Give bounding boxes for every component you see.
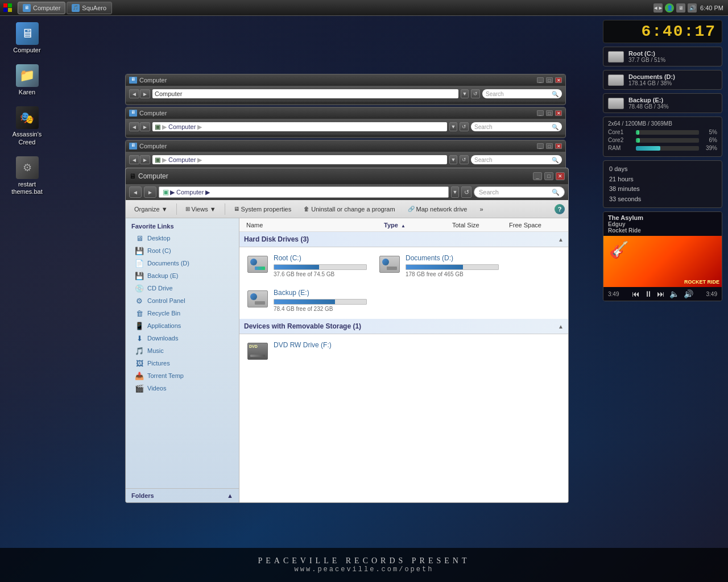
explorer-main-content: Name Type ▲ Total Size Free Space Hard D… — [239, 218, 568, 502]
addr-dd-btn[interactable]: ▼ — [451, 186, 459, 198]
drive-widget-c[interactable]: Root (C:) 37.7 GB / 51% — [603, 47, 722, 66]
mini-explorer-1-refresh[interactable]: ↺ — [471, 89, 480, 98]
views-btn[interactable]: ⊞ Views ▼ — [180, 202, 221, 216]
taskbar-window-computer[interactable]: 🖥 Computer — [18, 2, 65, 14]
explorer-close-btn[interactable]: ✕ — [556, 172, 565, 180]
taskbar-right: ◄► 👤 🖥 🔊 6:40 PM — [649, 3, 728, 13]
explorer-back-btn[interactable]: ◄ — [129, 186, 142, 198]
taskbar-squaero-icon: 🎵 — [72, 4, 80, 12]
taskbar-window-squaero[interactable]: 🎵 SquAero — [67, 2, 112, 14]
desktop-icon-assassin[interactable]: Assassin'sCreed — [6, 104, 48, 148]
logo-sq-1 — [3, 3, 7, 7]
mini-explorer-1-addr-dd[interactable]: ▼ — [461, 89, 469, 98]
sidebar-item-torrent-temp[interactable]: 📥 Torrent Temp — [126, 369, 239, 382]
col-name[interactable]: Name — [244, 222, 382, 228]
mini-explorer-2-fwd[interactable]: ► — [140, 122, 150, 131]
help-btn[interactable]: ? — [555, 204, 565, 214]
map-network-btn[interactable]: 🔗 Map network drive — [403, 202, 473, 216]
mini-explorer-2-search[interactable]: Search 🔍 — [471, 122, 562, 131]
sidebar-item-downloads[interactable]: ⬇ Downloads — [126, 332, 239, 344]
music-prev-btn[interactable]: ⏮ — [631, 289, 641, 298]
sidebar-item-desktop[interactable]: 🖥 Desktop — [126, 232, 239, 244]
sidebar-item-backup-e[interactable]: 💾 Backup (E) — [126, 269, 239, 282]
music-artist: Edguy — [608, 221, 717, 227]
drive-c-progress — [274, 264, 367, 270]
drive-widget-d[interactable]: Documents (D:) 178.14 GB / 38% — [603, 70, 722, 90]
mini-explorer-1-addr[interactable]: Computer — [152, 89, 458, 98]
explorer-search-input[interactable]: Search 🔍 — [474, 186, 565, 198]
mini-explorer-2-min[interactable]: _ — [537, 110, 544, 116]
music-widget: The Asylum Edguy Rocket Ride ROCKET RIDE… — [603, 211, 722, 301]
mini-explorer-2-addr-dd[interactable]: ▼ — [449, 122, 457, 131]
mini-explorer-3-back[interactable]: ◄ — [129, 155, 139, 164]
desktop-icon-computer[interactable]: 🖥 Computer — [6, 20, 48, 56]
sidebar-item-cd-drive[interactable]: 💿 CD Drive — [126, 282, 239, 294]
explorer-sidebar: Favorite Links 🖥 Desktop 💾 Root (C) 📄 Do… — [126, 218, 239, 502]
sidebar-item-videos[interactable]: 🎬 Videos — [126, 382, 239, 394]
mini-explorer-1-search[interactable]: Search 🔍 — [482, 89, 562, 98]
drive-item-d[interactable]: Documents (D:) 178 GB free of 465 GB — [376, 252, 501, 280]
drive-item-e[interactable]: Backup (E:) 78.4 GB free of 232 GB — [244, 286, 369, 314]
sidebar-item-documents-d[interactable]: 📄 Documents (D) — [126, 257, 239, 269]
sidebar-item-control-panel[interactable]: ⚙ Control Panel — [126, 294, 239, 307]
sidebar-item-music[interactable]: 🎵 Music — [126, 344, 239, 357]
mini-explorer-3-fwd[interactable]: ► — [140, 155, 150, 164]
mini-explorer-2-max[interactable]: □ — [546, 110, 553, 116]
assassin-icon-img — [16, 106, 39, 129]
mini-explorer-3-refresh[interactable]: ↺ — [460, 155, 469, 164]
drive-widget-e[interactable]: Backup (E:) 78.48 GB / 34% — [603, 93, 722, 113]
mini-explorer-2-refresh[interactable]: ↺ — [460, 122, 469, 131]
explorer-addr-bar: ◄ ► ▣ ▶ Computer ▶ ▼ ↺ Search 🔍 — [126, 184, 568, 200]
music-vol-down[interactable]: 🔈 — [668, 289, 680, 298]
mini-explorer-1-addr-text: Computer — [155, 90, 182, 97]
desktop-icon-bat[interactable]: ⚙ restart themes.bat — [6, 154, 48, 198]
addr-refresh-btn[interactable]: ↺ — [461, 186, 471, 198]
explorer-minimize-btn[interactable]: _ — [533, 172, 542, 180]
mini-explorer-1-close[interactable]: ✕ — [555, 77, 562, 83]
mini-explorer-3-navbtns: ◄ ► — [129, 155, 150, 164]
sidebar-item-recycle-bin[interactable]: 🗑 Recycle Bin — [126, 307, 239, 319]
drive-item-c[interactable]: Root (C:) 37.6 GB free of 74.5 GB — [244, 252, 369, 280]
sidebar-item-root-c[interactable]: 💾 Root (C) — [126, 244, 239, 257]
mini-explorer-2-addr[interactable]: ▣ ▶ Computer ▶ — [152, 122, 447, 131]
mini-explorer-1-min[interactable]: _ — [537, 77, 544, 83]
organize-btn[interactable]: Organize ▼ — [129, 202, 173, 216]
mini-explorer-1-back[interactable]: ◄ — [129, 89, 139, 98]
removable-section-header[interactable]: Devices with Removable Storage (1) ▲ — [239, 319, 568, 334]
sidebar-folders-toggle[interactable]: Folders ▲ — [126, 488, 239, 502]
mini-explorer-1-fwd[interactable]: ► — [140, 89, 150, 98]
hdd-section-header[interactable]: Hard Disk Drives (3) ▲ — [239, 232, 568, 247]
drive-item-f[interactable]: DVD RW Drive (F:) — [244, 339, 369, 364]
explorer-maximize-btn[interactable]: □ — [544, 172, 553, 180]
mini-explorer-3-addr[interactable]: ▣ ▶ Computer ▶ — [152, 155, 447, 164]
music-album-text: ROCKET RIDE — [684, 279, 719, 285]
start-button[interactable] — [0, 3, 18, 12]
mini-explorer-2-back[interactable]: ◄ — [129, 122, 139, 131]
mini-explorer-3-close[interactable]: ✕ — [555, 143, 562, 149]
sidebar-backup-e-label: Backup (E) — [147, 272, 178, 279]
explorer-addr-input[interactable]: ▣ ▶ Computer ▶ — [159, 186, 449, 198]
sidebar-applications-icon: 📱 — [135, 321, 144, 330]
core2-label: Core2 — [608, 137, 634, 143]
more-btn[interactable]: » — [474, 202, 488, 216]
system-props-btn[interactable]: 🖥 System properties — [229, 202, 297, 216]
sidebar-item-pictures[interactable]: 🖼 Pictures — [126, 357, 239, 369]
col-total-size[interactable]: Total Size — [450, 222, 507, 228]
mini-explorer-3-max[interactable]: □ — [546, 143, 553, 149]
music-vol-up[interactable]: 🔊 — [682, 289, 694, 298]
mini-explorer-1-max[interactable]: □ — [546, 77, 553, 83]
explorer-fwd-btn[interactable]: ► — [144, 186, 156, 198]
mini-explorer-2-search-icon: 🔍 — [552, 124, 559, 130]
sidebar-item-applications[interactable]: 📱 Applications — [126, 319, 239, 332]
mini-explorer-3-min[interactable]: _ — [537, 143, 544, 149]
desktop-icon-karen[interactable]: 📁 Karen — [6, 62, 48, 98]
music-next-btn[interactable]: ⏭ — [656, 289, 666, 298]
drive-c-item-name: Root (C:) — [274, 254, 367, 262]
music-play-btn[interactable]: ⏸ — [643, 289, 653, 298]
mini-explorer-3-search[interactable]: Search 🔍 — [471, 155, 562, 164]
mini-explorer-2-close[interactable]: ✕ — [555, 110, 562, 116]
col-type[interactable]: Type ▲ — [382, 222, 450, 228]
uninstall-btn[interactable]: 🗑 Uninstall or change a program — [299, 202, 400, 216]
mini-explorer-3-addr-dd[interactable]: ▼ — [449, 155, 457, 164]
col-free-space[interactable]: Free Space — [507, 222, 564, 228]
